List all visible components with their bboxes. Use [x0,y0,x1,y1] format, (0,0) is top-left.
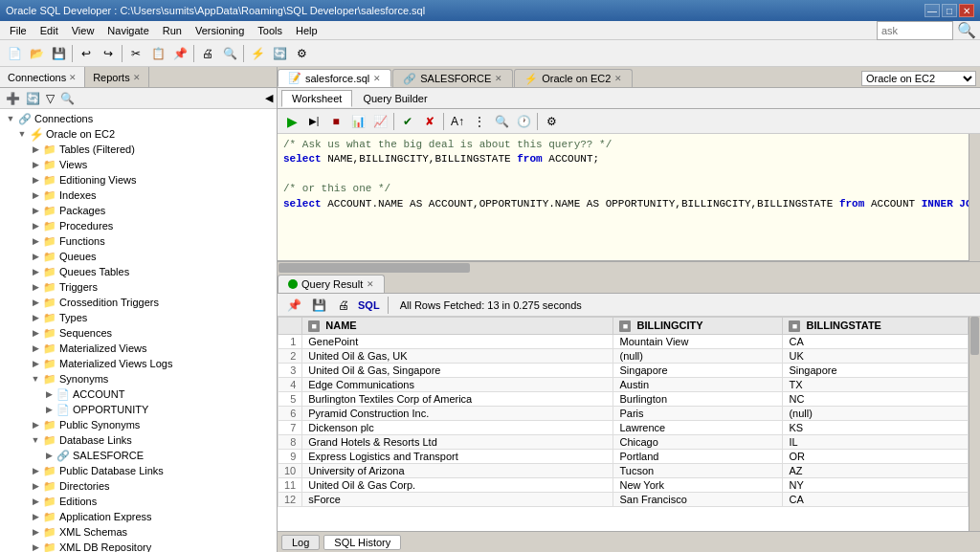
connection-dropdown[interactable]: Oracle on EC2 [861,71,976,86]
tree-toggle-synonyms[interactable]: ▼ [29,374,42,384]
table-row[interactable]: 10 University of Arizona Tucson AZ [278,464,969,478]
find-button[interactable]: 🔍 [219,43,240,64]
open-button[interactable]: 📂 [26,43,47,64]
tree-toggle-connections[interactable]: ▼ [4,114,17,123]
tree-item-account[interactable]: ▶ 📄 ACCOUNT [0,386,277,402]
tree-toggle-queues[interactable]: ▶ [29,252,42,261]
table-row[interactable]: 8 Grand Hotels & Resorts Ltd Chicago IL [278,435,969,450]
tree-item-crossedition-triggers[interactable]: ▶ 📁 Crossedition Triggers [0,295,277,310]
result-pin-button[interactable]: 📌 [283,295,304,316]
find-replace-button[interactable]: 🔍 [491,111,512,132]
menu-versioning[interactable]: Versioning [189,24,250,37]
redo-button[interactable]: ↪ [98,43,119,64]
table-row[interactable]: 11 United Oil & Gas Corp. New York NY [278,478,969,493]
tree-toggle-oracle[interactable]: ▼ [15,129,29,139]
col-header-city[interactable]: ■ BILLINGCITY [613,318,783,335]
tree-toggle-app-express[interactable]: ▶ [29,512,42,521]
editor-horizontal-scrollbar[interactable] [278,261,980,273]
tree-item-database-links[interactable]: ▼ 📁 Database Links [0,432,277,448]
collapse-left-icon[interactable]: ◀ [265,92,273,104]
history-button[interactable]: 🕐 [513,111,534,132]
subtab-worksheet[interactable]: Worksheet [281,90,352,107]
menu-edit[interactable]: Edit [34,24,64,37]
table-row[interactable]: 7 Dickenson plc Lawrence KS [278,421,969,435]
tree-toggle-sequences[interactable]: ▶ [29,328,42,338]
table-row[interactable]: 5 Burlington Textiles Corp of America Bu… [278,392,969,407]
connections-panel-tab[interactable]: Connections ✕ [0,67,85,87]
col-header-name[interactable]: ■ NAME [302,318,613,335]
tree-item-procedures[interactable]: ▶ 📁 Procedures [0,218,277,233]
results-table-container[interactable]: ■ NAME ■ BILLINGCITY ■ BILLINGSTATE [278,317,969,531]
tree-toggle-procedures[interactable]: ▶ [29,221,42,231]
tree-item-queues[interactable]: ▶ 📁 Queues [0,249,277,264]
tree-toggle-matviews[interactable]: ▶ [29,343,42,353]
tree-root-connections[interactable]: ▼ 🔗 Connections [0,111,277,126]
commit-button[interactable]: ✔ [397,111,418,132]
table-row[interactable]: 6 Pyramid Construction Inc. Paris (null) [278,407,969,421]
rollback-button[interactable]: ✘ [419,111,440,132]
results-scrollbar-thumb[interactable] [970,317,979,355]
sql-settings-button[interactable]: ⚙ [541,111,562,132]
tree-toggle-views[interactable]: ▶ [29,160,42,169]
results-vertical-scrollbar[interactable] [969,317,980,531]
tree-item-directories[interactable]: ▶ 📁 Directories [0,478,277,494]
result-tab-close[interactable]: ✕ [367,279,374,289]
autotrace-button[interactable]: 📈 [369,111,390,132]
sql-editor[interactable]: /* Ask us what the big deal is about thi… [278,134,969,261]
tree-item-xml-schemas[interactable]: ▶ 📁 XML Schemas [0,524,277,540]
editor-tab-salesforce-sql[interactable]: 📝 salesforce.sql ✕ [278,69,391,87]
tree-item-matviews[interactable]: ▶ 📁 Materialized Views [0,341,277,356]
reports-tab-close[interactable]: ✕ [133,73,141,82]
new-button[interactable]: 📄 [4,43,25,64]
reports-panel-tab[interactable]: Reports ✕ [85,67,149,87]
filter-icon[interactable]: ▽ [44,91,56,106]
editor-tab-salesforce[interactable]: 🔗 SALESFORCE ✕ [392,69,513,87]
refresh-tree-icon[interactable]: 🔄 [24,91,42,106]
run-script-button[interactable]: ▶| [303,111,324,132]
tree-toggle-queues-tables[interactable]: ▶ [29,267,42,276]
menu-navigate[interactable]: Navigate [101,24,154,37]
to-uppercase-button[interactable]: A↑ [447,111,468,132]
table-row[interactable]: 12 sForce San Francisco CA [278,493,969,507]
subtab-query-builder[interactable]: Query Builder [352,90,437,106]
tree-toggle-matviews-logs[interactable]: ▶ [29,359,42,368]
tree-item-packages[interactable]: ▶ 📁 Packages [0,203,277,218]
run-query-button[interactable]: ▶ [281,111,302,132]
tree-toggle-dblinks[interactable]: ▼ [29,435,42,445]
explain-plan-button[interactable]: 📊 [347,111,368,132]
tree-toggle-editions[interactable]: ▶ [29,497,42,506]
menu-help[interactable]: Help [290,24,323,37]
tree-toggle-xml-schemas[interactable]: ▶ [29,527,42,537]
refresh-button[interactable]: 🔄 [269,43,290,64]
tree-toggle-functions[interactable]: ▶ [29,236,42,246]
result-print-button[interactable]: 🖨 [333,295,354,316]
log-tab[interactable]: Log [281,535,320,550]
cut-button[interactable]: ✂ [125,43,146,64]
table-row[interactable]: 2 United Oil & Gas, UK (null) UK [278,349,969,364]
tree-item-sequences[interactable]: ▶ 📁 Sequences [0,325,277,341]
tree-toggle-opportunity[interactable]: ▶ [42,405,56,414]
tree-item-synonyms[interactable]: ▼ 📁 Synonyms [0,371,277,386]
editor-tab-oracle-ec2[interactable]: ⚡ Oracle on EC2 ✕ [514,69,633,87]
table-row[interactable]: 1 GenePoint Mountain View CA [278,335,969,349]
tree-item-editions[interactable]: ▶ 📁 Editions [0,494,277,509]
editor-vertical-scrollbar[interactable] [969,134,980,261]
tree-item-public-dblinks[interactable]: ▶ 📁 Public Database Links [0,463,277,478]
tree-toggle-xml-db[interactable]: ▶ [29,542,42,552]
query-result-tab[interactable]: Query Result ✕ [278,275,385,293]
db-connect-button[interactable]: ⚡ [247,43,268,64]
stop-button[interactable]: ■ [325,111,346,132]
table-row[interactable]: 9 Express Logistics and Transport Portla… [278,450,969,464]
tree-toggle-packages[interactable]: ▶ [29,206,42,215]
tree-toggle-public-synonyms[interactable]: ▶ [29,420,42,430]
print-button[interactable]: 🖨 [197,43,218,64]
tree-toggle-editioning-views[interactable]: ▶ [29,175,42,185]
tree-toggle-account[interactable]: ▶ [42,389,56,399]
tree-item-views[interactable]: ▶ 📁 Views [0,157,277,172]
tab-close-oracle-ec2[interactable]: ✕ [614,74,622,83]
tree-toggle-public-dblinks[interactable]: ▶ [29,466,42,475]
col-header-state[interactable]: ■ BILLINGSTATE [783,318,969,335]
tree-item-functions[interactable]: ▶ 📁 Functions [0,233,277,249]
format-button[interactable]: ⋮ [469,111,490,132]
search-icon[interactable]: 🔍 [58,91,77,106]
